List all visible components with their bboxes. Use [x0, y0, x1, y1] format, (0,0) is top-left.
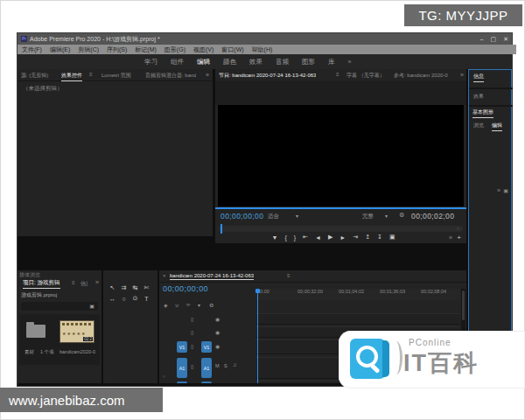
minimize-button[interactable]: – — [480, 36, 484, 43]
pen-tool[interactable]: ○ — [118, 293, 130, 304]
menu-clip[interactable]: 剪辑(C) — [78, 46, 99, 54]
folder-label[interactable]: 素材 — [24, 349, 34, 355]
extract-button[interactable]: ↧ — [377, 234, 382, 241]
slip-tool[interactable]: ↔ — [107, 293, 118, 304]
project-search-input[interactable] — [21, 302, 98, 311]
program-fit-dropdown[interactable]: 适合 — [268, 213, 279, 220]
transport-more-icon[interactable]: » — [449, 234, 452, 241]
v1-eye-icon[interactable]: ◉ — [215, 343, 220, 349]
workspace-tab-graphics[interactable]: 图形 — [302, 58, 315, 66]
workspace-tab-libraries[interactable]: 库 — [328, 58, 335, 66]
tab-info[interactable]: 信息 — [473, 73, 484, 82]
project-overflow-icon[interactable]: » — [95, 279, 99, 285]
play-button[interactable]: ▶ — [328, 234, 332, 241]
menu-help[interactable]: 帮助(H) — [252, 46, 273, 54]
graphics-subtab-edit[interactable]: 编辑 — [492, 122, 502, 131]
tab-project[interactable]: 项目: 游戏剪辑 — [23, 279, 60, 289]
timeline-tab-close-icon[interactable]: × — [163, 273, 166, 278]
panel-menu-icon[interactable]: ≡ — [89, 72, 93, 77]
linked-selection-icon[interactable]: ∞ — [186, 302, 190, 307]
program-scrubber-zoom-dot-icon[interactable]: ○ — [457, 226, 459, 231]
v3-lock-icon[interactable]: ▯ — [191, 316, 193, 322]
selection-tool[interactable]: ↖ — [107, 283, 118, 293]
a1-mic-icon[interactable]: ♫ — [233, 362, 237, 368]
menu-file[interactable]: 文件(F) — [22, 46, 42, 54]
menu-graphics[interactable]: 图形(G) — [164, 46, 186, 54]
hand-tool[interactable]: ⊙ — [130, 293, 141, 304]
video-track-lane-v3[interactable] — [256, 313, 460, 325]
workspace-tab-effects[interactable]: 效果 — [249, 58, 262, 66]
timeline-current-timecode[interactable]: 00;00;00;00 — [163, 284, 208, 293]
menu-edit[interactable]: 编辑(E) — [50, 46, 70, 54]
program-fit-chevron-icon[interactable]: ▾ — [296, 213, 298, 219]
v2-lock-icon[interactable]: ▯ — [191, 329, 193, 335]
project-list-view-icon[interactable]: ▣ — [89, 303, 94, 309]
program-quality-chevron-icon[interactable]: ▾ — [385, 213, 388, 219]
type-tool[interactable]: T — [141, 293, 152, 304]
tab-source-monitor[interactable]: 源: (无剪辑) — [21, 72, 48, 80]
tab-effect-controls[interactable]: 效果控件 — [61, 72, 82, 81]
graphics-new-layer-icon[interactable]: ▣ — [503, 187, 508, 193]
tab-effects[interactable]: 效果 — [473, 93, 484, 101]
source-group-overflow-icon[interactable]: » — [206, 72, 209, 78]
workspace-tab-audio[interactable]: 音频 — [276, 58, 289, 66]
tab-captions[interactable]: 字幕 （无字幕） — [346, 72, 385, 80]
track-select-forward-tool[interactable]: ⇉ — [118, 283, 130, 293]
workspace-tab-editing[interactable]: 编辑 — [197, 58, 210, 66]
playhead-position-icon[interactable]: ◈ — [164, 302, 168, 308]
folder-icon[interactable] — [26, 325, 46, 338]
close-button[interactable]: ✕ — [503, 36, 508, 43]
program-quality-dropdown[interactable]: 完整 — [362, 213, 374, 220]
timeline-playhead-head[interactable] — [256, 289, 260, 293]
menu-sequence[interactable]: 序列(S) — [107, 46, 127, 54]
a1-solo-button[interactable]: S — [224, 363, 228, 368]
timeline-ruler[interactable]: 00;00 00;00;32;00 00;01;04;02 00;01;36;0… — [256, 289, 460, 300]
mark-out-button[interactable]: } — [294, 234, 296, 241]
razor-tool[interactable]: ✄ — [141, 283, 152, 293]
menu-window[interactable]: 窗口(W) — [221, 46, 243, 54]
timeline-settings-gear-icon[interactable]: ⚙ — [209, 302, 214, 308]
graphics-subtab-browse[interactable]: 浏览 — [473, 122, 484, 130]
menu-markers[interactable]: 标记(M) — [135, 46, 157, 54]
program-panel-menu-icon[interactable]: ≡ — [336, 72, 340, 77]
program-current-timecode[interactable]: 00;00;00;00 — [220, 212, 263, 220]
a1-source-patch-badge[interactable]: A1 — [177, 358, 187, 378]
tab-essential-graphics[interactable]: 基本图形 — [472, 108, 494, 118]
clip-thumbnail[interactable]: ★★★★★ 02:2 — [60, 320, 94, 343]
v2-eye-icon[interactable]: ◉ — [215, 329, 220, 335]
timeline-playhead[interactable] — [257, 289, 258, 383]
export-frame-button[interactable]: ▣ — [389, 234, 396, 241]
menu-view[interactable]: 视图(V) — [193, 46, 214, 54]
program-playhead[interactable] — [220, 224, 222, 234]
timeline-panel-menu-icon[interactable]: ≡ — [287, 273, 290, 278]
graphics-overflow-icon[interactable]: » — [497, 187, 500, 193]
go-to-out-button[interactable]: ⇥ — [353, 234, 358, 241]
go-to-in-button[interactable]: ⇤ — [303, 234, 308, 241]
transport-add-button[interactable]: + — [457, 234, 461, 242]
tab-media-browser[interactable]: 媒体浏览 — [19, 271, 40, 279]
snap-icon[interactable]: ∪ — [175, 302, 178, 308]
timeline-fit-dot-icon[interactable]: ○ — [163, 374, 165, 379]
tab-reference-monitor[interactable]: 参考: bandicam 2020-07-24 1 — [394, 72, 448, 80]
timeline-scrollbar-thumb[interactable] — [462, 290, 465, 320]
step-forward-button[interactable]: ► — [340, 234, 346, 241]
add-marker-button[interactable]: ▼ — [271, 234, 277, 241]
clip-label[interactable]: bandicam2020-0 — [60, 349, 95, 354]
tab-audio-clip-mixer[interactable]: 音频剪辑混合器: bandicam 2020-07-24 1 — [145, 72, 196, 80]
project-panel-menu-icon[interactable]: ≡ — [72, 280, 75, 285]
mark-in-button[interactable]: { — [284, 234, 286, 241]
maximize-button[interactable]: ▢ — [491, 36, 497, 43]
v3-eye-icon[interactable]: ◉ — [215, 316, 220, 322]
workspace-overflow-icon[interactable]: » — [348, 59, 352, 65]
lift-button[interactable]: ↥ — [365, 234, 370, 241]
program-scrubber[interactable]: ○ — [219, 226, 463, 232]
program-overflow-icon[interactable]: » — [460, 72, 464, 78]
workspace-tab-color[interactable]: 颜色 — [223, 58, 236, 66]
step-back-button[interactable]: ◄ — [315, 234, 321, 241]
tab-sequence[interactable]: bandicam 2020-07-24 16-13-42-063 — [170, 273, 254, 280]
ripple-edit-tool[interactable]: ↹ — [130, 283, 141, 293]
v1-lock-icon[interactable]: ▯ — [191, 343, 193, 349]
add-marker-icon[interactable]: ▾ — [198, 302, 200, 308]
v1-track-target-badge[interactable]: V1 — [201, 341, 212, 353]
v1-source-patch-badge[interactable]: V1 — [177, 341, 187, 353]
